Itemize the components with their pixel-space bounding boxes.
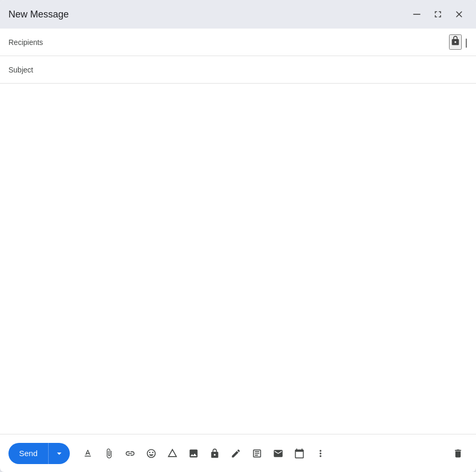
minimize-icon	[411, 9, 422, 20]
compose-window: New Message	[0, 0, 476, 472]
link-icon	[125, 448, 135, 459]
chevron-down-icon	[54, 448, 65, 459]
compose-body	[0, 84, 476, 434]
attach-button[interactable]	[99, 444, 118, 463]
layout-button[interactable]	[248, 444, 267, 463]
text-format-icon	[83, 448, 93, 459]
more-options-button[interactable]	[311, 444, 330, 463]
close-button[interactable]	[451, 6, 468, 23]
title-bar-actions	[408, 6, 468, 23]
more-vert-icon	[315, 448, 326, 459]
photo-icon	[188, 448, 199, 459]
cursor-indicator: |	[465, 38, 468, 47]
emoji-icon	[146, 448, 157, 459]
signature-button[interactable]	[226, 444, 245, 463]
confidential-button[interactable]	[269, 444, 288, 463]
signature-icon	[231, 448, 241, 459]
lock-plus-button[interactable]: +	[205, 444, 224, 463]
expand-button[interactable]	[429, 6, 446, 23]
layout-icon	[252, 448, 262, 459]
svg-text:+: +	[216, 455, 218, 458]
toolbar: Send	[0, 434, 476, 472]
drive-button[interactable]	[163, 444, 182, 463]
delete-button[interactable]	[448, 444, 468, 463]
subject-input[interactable]	[8, 66, 468, 74]
recipients-row: |	[0, 29, 476, 56]
send-button[interactable]: Send	[8, 443, 48, 463]
attach-icon	[104, 448, 114, 459]
compose-title: New Message	[8, 9, 69, 20]
recipients-input[interactable]	[8, 38, 449, 47]
delete-icon	[453, 448, 463, 459]
emoji-button[interactable]	[142, 444, 161, 463]
link-button[interactable]	[121, 444, 140, 463]
mail-icon	[273, 448, 283, 459]
formatting-button[interactable]	[78, 444, 97, 463]
photo-button[interactable]	[184, 444, 203, 463]
minimize-button[interactable]	[408, 6, 425, 23]
lock-container: |	[449, 34, 468, 50]
svg-marker-1	[169, 449, 177, 456]
expand-icon	[433, 9, 443, 20]
schedule-button[interactable]	[290, 444, 309, 463]
send-button-group: Send	[8, 443, 70, 464]
lock-icon[interactable]	[449, 34, 462, 50]
calendar-icon	[294, 448, 305, 459]
subject-row	[0, 56, 476, 84]
title-bar: New Message	[0, 0, 476, 29]
lock-plus-icon: +	[209, 448, 220, 459]
svg-rect-0	[413, 14, 420, 15]
send-dropdown-button[interactable]	[48, 443, 70, 464]
lock-svg	[450, 35, 461, 46]
close-icon	[454, 9, 464, 20]
compose-textarea[interactable]	[8, 90, 468, 428]
drive-icon	[167, 448, 178, 459]
